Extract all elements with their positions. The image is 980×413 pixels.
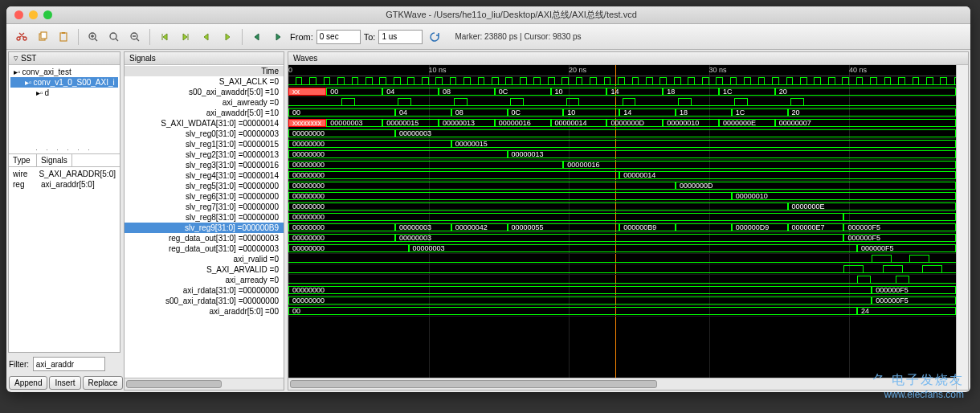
nav-back-icon[interactable]: [248, 28, 266, 46]
wave-row: 000000000000000E: [288, 202, 956, 212]
time-ruler: 010 ns20 ns30 ns40 ns: [288, 65, 956, 76]
window-title: GTKWave - /Users/he11o_liu/Desktop/AXI总线…: [52, 9, 970, 21]
bus-segment: 00: [288, 108, 395, 117]
signal-row[interactable]: slv_reg3[31:0] =00000016: [125, 160, 284, 170]
signals-hscroll[interactable]: [125, 378, 284, 390]
watermark: ⺈ 电子发烧友 www.elecfans.com: [872, 372, 964, 400]
bus-segment: 14: [606, 88, 663, 96]
next-edge-icon[interactable]: [218, 28, 236, 46]
signal-row[interactable]: slv_reg2[31:0] =00000013: [125, 149, 284, 160]
zoom-in-icon[interactable]: [84, 28, 102, 46]
to-input[interactable]: [378, 30, 423, 44]
tree-item[interactable]: ▸▫conv_axi_test: [10, 67, 118, 77]
wave-row: 0000000000000010: [288, 191, 956, 202]
waves-vscroll[interactable]: [956, 65, 968, 390]
go-end-icon[interactable]: [177, 28, 194, 46]
tree-item[interactable]: ▸▫d: [10, 88, 118, 98]
bus-segment: 00000000: [288, 192, 732, 200]
tree-item[interactable]: ▸▫conv_v1_0_S00_AXI_i: [10, 77, 118, 88]
signal-row[interactable]: axi_araddr[5:0] =00: [125, 306, 284, 317]
waveform-canvas[interactable]: 010 ns20 ns30 ns40 nsxx0004080C1014181C2…: [288, 65, 956, 378]
signal-row[interactable]: reg_data_out[31:0] =00000003: [125, 243, 284, 254]
reload-icon[interactable]: [426, 28, 443, 46]
bus-segment: 000000F5: [872, 296, 956, 305]
signal-row[interactable]: reg_data_out[31:0] =00000003: [125, 233, 284, 243]
signal-row[interactable]: S_AXI_ACLK =0: [125, 76, 284, 87]
from-input[interactable]: [316, 30, 361, 44]
filter-area: Filter:: [6, 354, 122, 374]
go-start-icon[interactable]: [156, 28, 174, 46]
zoom-fit-icon[interactable]: [105, 28, 123, 46]
bus-segment: 0C: [508, 108, 564, 117]
minimize-icon[interactable]: [29, 10, 38, 19]
wave-row: [288, 97, 956, 108]
zoom-icon[interactable]: [43, 10, 52, 19]
signal-row[interactable]: slv_reg7[31:0] =00000000: [125, 202, 284, 212]
signal-row[interactable]: S_AXI_ARVALID =0: [125, 264, 284, 275]
paste-icon[interactable]: [55, 28, 72, 46]
signal-row[interactable]: axi_rdata[31:0] =00000000: [125, 285, 284, 296]
signal-row[interactable]: axi_awaddr[5:0] =10: [125, 108, 284, 118]
bus-segment: 00000015: [451, 140, 956, 148]
signal-row[interactable]: axi_rvalid =0: [125, 254, 284, 264]
filter-input[interactable]: [33, 357, 105, 371]
bus-segment: 20: [775, 88, 956, 96]
signal-row[interactable]: slv_reg1[31:0] =00000015: [125, 139, 284, 149]
bus-segment: 00000010: [732, 192, 956, 200]
signal-row[interactable]: s00_axi_rdata[31:0] =00000000: [125, 296, 284, 306]
filter-label: Filter:: [9, 360, 29, 369]
append-button[interactable]: Append: [9, 376, 47, 390]
signal-item[interactable]: regaxi_araddr[5:0]: [9, 179, 120, 190]
bus-segment: 00000000: [288, 213, 843, 221]
type-column-header[interactable]: Type: [9, 154, 37, 166]
signal-item[interactable]: wireS_AXI_ARADDR[5:0]: [9, 169, 120, 179]
prev-edge-icon[interactable]: [198, 28, 215, 46]
signal-row[interactable]: s00_axi_awaddr[5:0] =10: [125, 87, 284, 97]
insert-button[interactable]: Insert: [49, 376, 80, 390]
bus-segment: 00000000: [288, 234, 395, 242]
bus-segment: 00000016: [495, 119, 551, 127]
bus-segment: 00000010: [663, 119, 719, 127]
bus-segment: xx: [288, 88, 326, 96]
svg-rect-1: [41, 32, 47, 39]
signal-names[interactable]: TimeS_AXI_ACLK =0s00_axi_awaddr[5:0] =10…: [125, 65, 284, 378]
hierarchy-tree[interactable]: ▸▫conv_axi_test▸▫conv_v1_0_S00_AXI_i▸▫d: [9, 65, 120, 145]
bus-segment: 24: [857, 307, 956, 315]
window-controls: [6, 10, 52, 19]
bus-segment: 1C: [732, 108, 788, 117]
svg-point-5: [110, 33, 116, 39]
signal-row[interactable]: slv_reg4[31:0] =00000014: [125, 170, 284, 181]
signal-row[interactable]: slv_reg9[31:0] =000000B9: [125, 223, 284, 233]
wave-row: 00000000000000030000004200000055000000B9…: [288, 223, 956, 233]
signal-row[interactable]: axi_awready =0: [125, 97, 284, 108]
wave-row: 0000000000000003: [288, 129, 956, 139]
bus-segment: 00000000: [288, 296, 872, 305]
bus-segment: 00000000: [288, 171, 619, 179]
bus-segment: 00000000: [288, 182, 676, 190]
waves-hscroll[interactable]: [288, 378, 956, 390]
signals-column-header[interactable]: Signals: [37, 154, 72, 166]
signal-row[interactable]: S_AXI_WDATA[31:0] =00000014: [125, 118, 284, 129]
to-label: To:: [364, 32, 376, 42]
wave-row: 0004080C1014181C20: [288, 108, 956, 118]
signal-row[interactable]: slv_reg8[31:0] =00000000: [125, 212, 284, 223]
replace-button[interactable]: Replace: [83, 376, 124, 390]
signal-row[interactable]: slv_reg0[31:0] =00000003: [125, 129, 284, 139]
marker-status: Marker: 23880 ps | Cursor: 9830 ps: [455, 32, 581, 41]
cut-icon[interactable]: [13, 28, 31, 46]
bus-segment: xxxxxxxx: [288, 119, 326, 127]
signal-row[interactable]: slv_reg5[31:0] =00000000: [125, 181, 284, 191]
signal-row[interactable]: slv_reg6[31:0] =00000000: [125, 191, 284, 202]
bus-segment: 000000F5: [872, 286, 956, 294]
bus-segment: 18: [676, 108, 732, 117]
toolbar: From: To: Marker: 23880 ps | Cursor: 983…: [6, 24, 970, 50]
close-icon[interactable]: [14, 10, 23, 19]
wave-row: [288, 264, 956, 275]
nav-forward-icon[interactable]: [269, 28, 287, 46]
signal-row[interactable]: axi_arready =0: [125, 275, 284, 285]
drag-handle[interactable]: · · · · · ·: [9, 145, 120, 153]
bus-segment: 00000007: [775, 119, 956, 127]
bus-segment: 00000055: [508, 223, 620, 231]
copy-icon[interactable]: [34, 28, 51, 46]
zoom-out-icon[interactable]: [126, 28, 144, 46]
